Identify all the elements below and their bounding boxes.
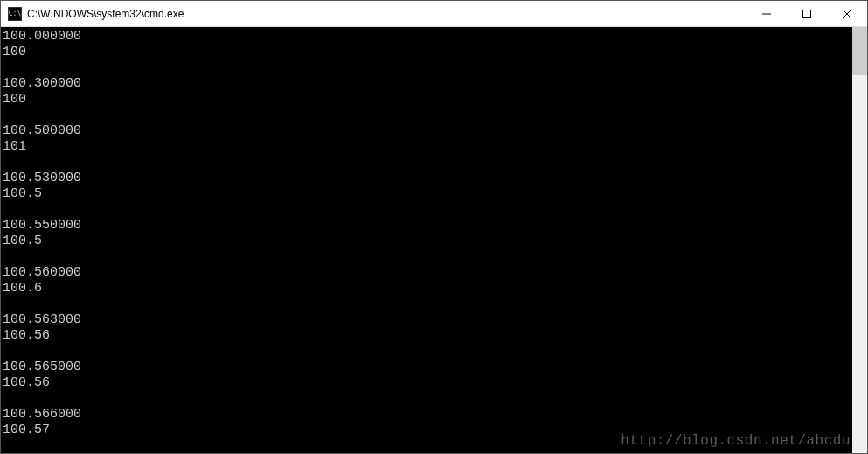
close-button[interactable] <box>827 1 867 26</box>
window-controls <box>746 1 867 26</box>
maximize-button[interactable] <box>787 1 827 26</box>
cmd-icon: C:\ <box>8 7 22 21</box>
vertical-scrollbar[interactable] <box>852 27 867 453</box>
console-area: 100.000000 100 100.300000 100 100.500000… <box>1 27 867 453</box>
scrollbar-thumb[interactable] <box>852 27 867 75</box>
titlebar[interactable]: C:\ C:\WINDOWS\system32\cmd.exe <box>1 1 867 27</box>
window-title: C:\WINDOWS\system32\cmd.exe <box>27 8 746 20</box>
cmd-window: C:\ C:\WINDOWS\system32\cmd.exe 100.0000… <box>0 0 868 454</box>
console-output[interactable]: 100.000000 100 100.300000 100 100.500000… <box>1 27 852 453</box>
svg-rect-1 <box>803 10 811 17</box>
minimize-button[interactable] <box>746 1 787 26</box>
